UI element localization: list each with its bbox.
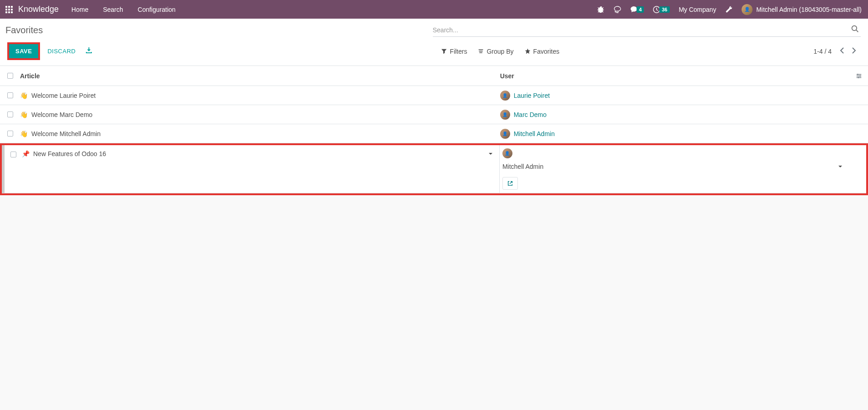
user-avatar-icon: 👤 bbox=[502, 148, 512, 158]
user-menu[interactable]: 👤 Mitchell Admin (18043005-master-all) bbox=[742, 4, 862, 15]
search-area bbox=[433, 23, 861, 37]
favorites-label: Favorites bbox=[533, 48, 560, 55]
select-all-checkbox[interactable] bbox=[7, 73, 13, 79]
groupby-label: Group By bbox=[487, 48, 513, 55]
bug-icon[interactable] bbox=[597, 6, 605, 13]
tools-icon[interactable] bbox=[725, 6, 733, 13]
messages-icon[interactable]: 4 bbox=[630, 6, 644, 13]
app-title[interactable]: Knowledge bbox=[18, 5, 71, 14]
row-checkbox[interactable] bbox=[7, 111, 13, 117]
discard-button[interactable]: DISCARD bbox=[45, 44, 78, 58]
highlight-edit-row: 📌 👤 bbox=[0, 143, 868, 195]
svg-point-11 bbox=[857, 74, 858, 75]
phone-icon[interactable] bbox=[614, 6, 621, 13]
wave-icon: 👋 bbox=[20, 111, 28, 118]
svg-rect-3 bbox=[5, 9, 7, 10]
svg-rect-0 bbox=[5, 6, 7, 8]
user-avatar-icon: 👤 bbox=[742, 4, 753, 15]
article-title: Welcome Mitchell Admin bbox=[31, 130, 100, 137]
svg-rect-2 bbox=[11, 6, 13, 8]
activity-badge: 36 bbox=[659, 6, 669, 13]
apps-menu-icon[interactable] bbox=[0, 6, 18, 13]
pager-prev-icon[interactable] bbox=[838, 47, 847, 56]
row-checkbox[interactable] bbox=[7, 131, 13, 137]
svg-point-12 bbox=[859, 75, 861, 76]
activity-icon[interactable]: 36 bbox=[653, 6, 669, 13]
svg-point-13 bbox=[858, 77, 859, 78]
company-name[interactable]: My Company bbox=[679, 6, 716, 13]
user-avatar-icon: 👤 bbox=[500, 110, 510, 120]
user-link[interactable]: Laurie Poiret bbox=[514, 92, 550, 99]
external-link-button[interactable] bbox=[502, 177, 518, 190]
svg-rect-4 bbox=[8, 9, 10, 10]
filters-label: Filters bbox=[450, 48, 467, 55]
groupby-button[interactable]: Group By bbox=[478, 48, 513, 55]
row-checkbox[interactable] bbox=[10, 152, 16, 157]
svg-rect-6 bbox=[5, 11, 7, 13]
chevron-down-icon[interactable] bbox=[838, 162, 845, 171]
data-table: Article User 👋 Welcome Laurie Poiret 👤 L… bbox=[0, 66, 868, 195]
user-name-label: Mitchell Admin (18043005-master-all) bbox=[756, 6, 862, 13]
user-avatar-icon: 👤 bbox=[500, 129, 510, 139]
control-panel: Favorites SAVE DISCARD Filters bbox=[0, 19, 868, 66]
table-row[interactable]: 👋 Welcome Laurie Poiret 👤 Laurie Poiret bbox=[0, 86, 868, 105]
wave-icon: 👋 bbox=[20, 92, 28, 99]
svg-rect-8 bbox=[11, 11, 13, 13]
pin-icon: 📌 bbox=[22, 150, 30, 157]
save-button[interactable]: SAVE bbox=[9, 44, 38, 58]
download-icon[interactable] bbox=[83, 47, 95, 56]
table-row[interactable]: 👋 Welcome Mitchell Admin 👤 Mitchell Admi… bbox=[0, 124, 868, 143]
filters-button[interactable]: Filters bbox=[441, 48, 467, 55]
svg-rect-7 bbox=[8, 11, 10, 13]
search-input[interactable] bbox=[433, 26, 850, 34]
user-input[interactable] bbox=[502, 162, 838, 171]
pager-text[interactable]: 1-4 / 4 bbox=[813, 48, 832, 55]
svg-point-10 bbox=[852, 26, 857, 31]
nav-search[interactable]: Search bbox=[103, 6, 123, 13]
column-article[interactable]: Article bbox=[20, 72, 500, 80]
column-user[interactable]: User bbox=[500, 72, 850, 80]
column-settings-icon[interactable] bbox=[850, 73, 868, 79]
svg-rect-5 bbox=[11, 9, 13, 10]
nav-right: 4 36 My Company 👤 Mitchell Admin (180430… bbox=[597, 4, 868, 15]
pager-next-icon[interactable] bbox=[849, 47, 858, 56]
top-nav: Knowledge Home Search Configuration 4 36… bbox=[0, 0, 868, 19]
favorites-button[interactable]: Favorites bbox=[525, 48, 560, 55]
table-header: Article User bbox=[0, 66, 868, 86]
svg-rect-1 bbox=[8, 6, 10, 8]
nav-menu: Home Search Configuration bbox=[71, 6, 176, 13]
row-checkbox[interactable] bbox=[7, 92, 13, 98]
edit-row: 📌 👤 bbox=[2, 145, 866, 193]
article-title: Welcome Marc Demo bbox=[31, 111, 92, 118]
user-avatar-icon: 👤 bbox=[500, 91, 510, 101]
chevron-down-icon[interactable] bbox=[488, 150, 496, 158]
user-link[interactable]: Marc Demo bbox=[514, 111, 547, 118]
article-input[interactable] bbox=[33, 148, 485, 159]
table-row[interactable]: 👋 Welcome Marc Demo 👤 Marc Demo bbox=[0, 105, 868, 124]
wave-icon: 👋 bbox=[20, 130, 28, 137]
messages-badge: 4 bbox=[637, 6, 644, 13]
nav-home[interactable]: Home bbox=[71, 6, 88, 13]
highlight-save: SAVE bbox=[7, 42, 40, 60]
breadcrumb: Favorites bbox=[5, 23, 43, 35]
user-link[interactable]: Mitchell Admin bbox=[514, 130, 555, 137]
article-title: Welcome Laurie Poiret bbox=[31, 92, 95, 99]
nav-configuration[interactable]: Configuration bbox=[138, 6, 176, 13]
search-icon[interactable] bbox=[849, 25, 861, 35]
